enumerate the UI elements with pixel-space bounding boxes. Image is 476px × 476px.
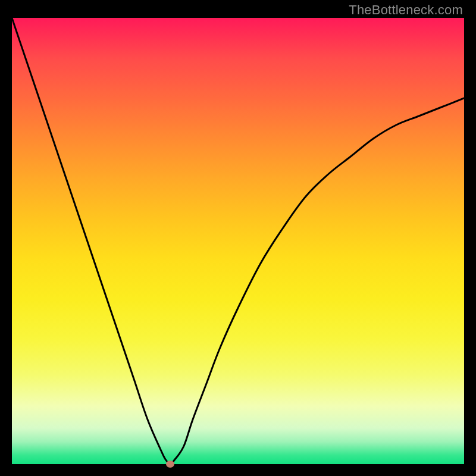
- bottleneck-curve: [12, 18, 464, 464]
- watermark-text: TheBottleneck.com: [349, 2, 463, 18]
- curve-layer: [12, 18, 464, 464]
- plot-area: [12, 18, 464, 464]
- optimal-point-marker: [166, 461, 174, 468]
- chart-container: TheBottleneck.com: [0, 0, 476, 476]
